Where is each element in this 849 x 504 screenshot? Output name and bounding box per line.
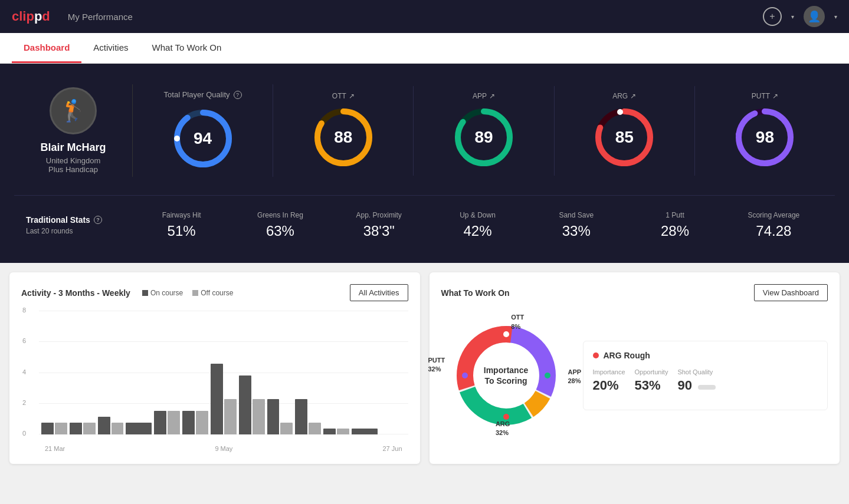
trad-stat-proximity-label: App. Proximity [356, 211, 402, 219]
bar-group-6 [211, 364, 237, 434]
bar-group-1 [70, 423, 96, 434]
tab-dashboard[interactable]: Dashboard [12, 33, 81, 63]
bar-on-7 [239, 375, 251, 434]
bar-off-1 [83, 423, 96, 434]
trad-stat-oneputt: 1 Putt 28% [625, 211, 724, 239]
main-content: Activity - 3 Months - Weekly On course O… [0, 263, 849, 473]
trad-stat-scoring: Scoring Average 74.28 [725, 211, 823, 239]
bar-group-4 [154, 411, 180, 434]
trad-stat-updown-label: Up & Down [460, 211, 496, 219]
nav-tabs: Dashboard Activities What To Work On [0, 33, 849, 64]
chart-area: 8 6 4 2 0 21 Mar 9 May 27 Jun [21, 311, 408, 452]
trad-stat-proximity-value: 38'3" [363, 223, 395, 239]
segment-label-putt: PUTT32% [428, 356, 445, 374]
gauge-app-container: 89 [451, 105, 516, 170]
gauge-app-label: APP ↗ [473, 92, 495, 100]
total-quality-help[interactable]: ? [234, 91, 242, 99]
metric-importance-label: Importance [593, 368, 625, 375]
bar-group-2 [98, 417, 124, 434]
gauge-app: APP ↗ 89 [414, 86, 554, 176]
segment-label-ott: OTT8% [511, 313, 524, 331]
gauge-putt-label: PUTT ↗ [752, 92, 778, 100]
donut-center-label: ImportanceTo Scoring [484, 365, 528, 386]
stats-gauges: Total Player Quality ? 94 OTT ↗ [132, 84, 835, 177]
all-activities-button[interactable]: All Activities [350, 284, 408, 301]
legend-on-course-label: On course [150, 289, 183, 297]
what-to-work-on-card: What To Work On View Dashboard [430, 272, 840, 464]
chart-legend: On course Off course [142, 289, 234, 297]
shot-quality-bar-visual [698, 385, 716, 390]
bar-off-2 [112, 423, 124, 434]
gauge-arg-label: ARG ↗ [612, 92, 636, 100]
svg-point-22 [462, 373, 468, 378]
gauge-putt: PUTT ↗ 98 [695, 86, 835, 176]
trad-stat-greens-value: 63% [266, 223, 294, 239]
trad-stat-oneputt-label: 1 Putt [666, 211, 684, 219]
legend-off-course: Off course [192, 289, 233, 297]
metric-opportunity: Opportunity 53% [635, 368, 668, 393]
gauge-arg: ARG ↗ 85 [555, 86, 695, 176]
info-dot [593, 353, 599, 358]
what-to-work-on-title: What To Work On [441, 288, 510, 298]
info-card: ARG Rough Importance 20% Opportunity 53%… [583, 341, 828, 410]
bar-off-8 [280, 423, 293, 434]
activity-chart-header: Activity - 3 Months - Weekly On course O… [21, 284, 408, 301]
trad-stat-fairways-value: 51% [168, 223, 196, 239]
trad-stats-help[interactable]: ? [94, 216, 102, 224]
svg-point-21 [503, 414, 509, 420]
trad-stat-greens-label: Greens In Reg [257, 211, 303, 219]
add-button[interactable]: + [763, 7, 782, 26]
logo-area: clippd My Performance [12, 9, 133, 24]
bar-group-11 [352, 429, 378, 434]
trad-stat-updown-value: 42% [463, 223, 491, 239]
trad-stat-sandsave-label: Sand Save [559, 211, 594, 219]
hero-top: 🏌️ Blair McHarg United Kingdom Plus Hand… [14, 75, 835, 186]
trad-stat-fairways-label: Fairways Hit [162, 211, 201, 219]
bar-on-10 [323, 429, 336, 434]
player-country: United Kingdom [46, 156, 101, 165]
metric-importance: Importance 20% [593, 368, 625, 393]
trad-stat-scoring-value: 74.28 [756, 223, 791, 239]
trad-sublabel: Last 20 rounds [26, 227, 132, 235]
bar-group-10 [323, 429, 349, 434]
metric-opportunity-value: 53% [635, 378, 668, 393]
user-avatar[interactable]: 👤 [804, 6, 825, 27]
gauge-total: Total Player Quality ? 94 [133, 84, 273, 177]
gauge-ott-label: OTT ↗ [332, 92, 355, 100]
bar-group-5 [182, 411, 208, 434]
trad-stat-scoring-label: Scoring Average [748, 211, 799, 219]
trad-label-block: Traditional Stats ? Last 20 rounds [26, 215, 132, 235]
bar-group-0 [41, 423, 67, 434]
svg-point-19 [503, 331, 509, 337]
bar-off-7 [253, 399, 265, 434]
info-metrics: Importance 20% Opportunity 53% Shot Qual… [593, 368, 818, 393]
activity-chart-title: Activity - 3 Months - Weekly [21, 288, 130, 298]
bar-group-7 [239, 375, 265, 434]
tab-activities[interactable]: Activities [81, 33, 140, 63]
metric-importance-value: 20% [593, 378, 625, 393]
view-dashboard-button[interactable]: View Dashboard [754, 284, 828, 301]
bar-on-4 [154, 411, 166, 434]
bar-group-8 [267, 399, 293, 434]
trad-stat-sandsave: Sand Save 33% [527, 211, 625, 239]
tab-what-to-work-on[interactable]: What To Work On [140, 33, 234, 63]
trad-stat-sandsave-value: 33% [562, 223, 591, 239]
player-info: 🏌️ Blair McHarg United Kingdom Plus Hand… [14, 75, 132, 186]
bar-off-6 [224, 399, 237, 434]
gauge-putt-container: 98 [732, 105, 797, 170]
plus-icon: + [769, 11, 775, 22]
bar-on-2 [98, 417, 110, 434]
header-title: My Performance [68, 12, 133, 22]
what-to-work-on-header: What To Work On View Dashboard [441, 284, 828, 301]
gauge-arg-value: 85 [615, 128, 634, 147]
what-to-work-content: ImportanceTo Scoring OTT8% APP28% ARG32%… [441, 311, 828, 440]
bar-on-9 [295, 399, 307, 434]
traditional-stats: Traditional Stats ? Last 20 rounds Fairw… [14, 205, 835, 251]
trad-label: Traditional Stats ? [26, 215, 132, 225]
bar-group-3 [126, 423, 152, 434]
bar-group-9 [295, 399, 321, 434]
bar-on-0 [41, 423, 54, 434]
gauge-arg-container: 85 [592, 105, 657, 170]
bar-on-6 [211, 364, 223, 434]
bar-off-10 [337, 429, 349, 434]
